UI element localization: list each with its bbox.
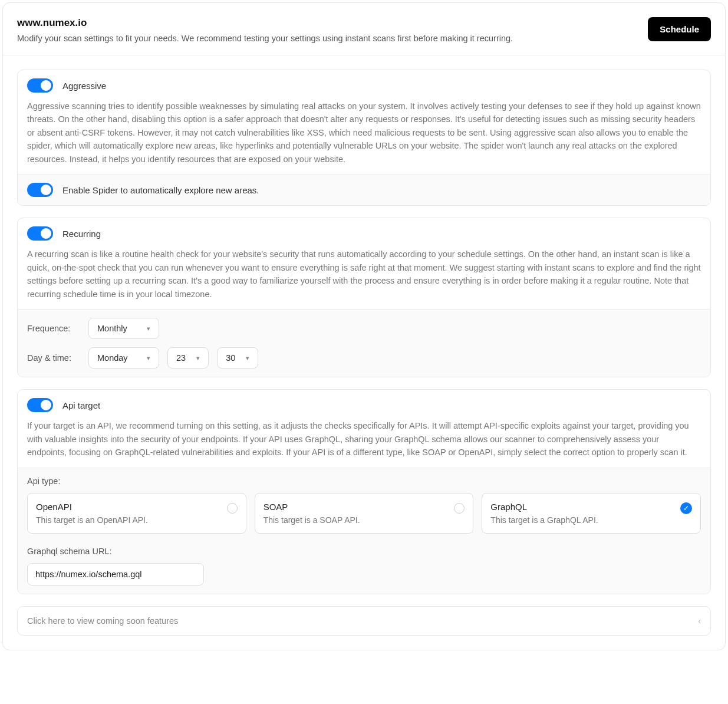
schedule-button[interactable]: Schedule bbox=[648, 17, 711, 41]
aggressive-toggle[interactable] bbox=[27, 78, 53, 93]
daytime-label: Day & time: bbox=[27, 353, 80, 363]
api-target-label: Api target bbox=[62, 400, 100, 410]
page-subtitle: Modify your scan settings to fit your ne… bbox=[17, 34, 648, 43]
coming-soon-toggle[interactable]: Click here to view coming soon features … bbox=[17, 606, 711, 636]
api-option-soap[interactable]: SOAP This target is a SOAP API. bbox=[255, 493, 474, 534]
recurring-card: Recurring A recurring scan is like a rou… bbox=[17, 218, 711, 377]
chevron-left-icon: ‹ bbox=[698, 616, 701, 626]
aggressive-card: Aggressive Aggressive scanning tries to … bbox=[17, 70, 711, 206]
chevron-down-icon: ▾ bbox=[246, 354, 249, 362]
spider-label: Enable Spider to automatically explore n… bbox=[62, 185, 259, 195]
chevron-down-icon: ▾ bbox=[147, 325, 150, 333]
api-option-graphql[interactable]: GraphQL This target is a GraphQL API. ✓ bbox=[482, 493, 701, 534]
page-title: www.numex.io bbox=[17, 17, 648, 29]
api-option-title: GraphQL bbox=[490, 502, 598, 512]
page-header: www.numex.io Modify your scan settings t… bbox=[3, 3, 725, 55]
chevron-down-icon: ▾ bbox=[147, 354, 150, 362]
graphql-schema-input[interactable] bbox=[27, 563, 204, 585]
aggressive-label: Aggressive bbox=[62, 81, 106, 91]
frequence-select[interactable]: Monthly ▾ bbox=[88, 318, 159, 339]
radio-unchecked-icon bbox=[454, 503, 465, 514]
hour-select[interactable]: 23 ▾ bbox=[167, 347, 209, 369]
coming-soon-label: Click here to view coming soon features bbox=[27, 616, 178, 626]
chevron-down-icon: ▾ bbox=[196, 354, 200, 362]
hour-value: 23 bbox=[176, 353, 186, 363]
frequence-label: Frequence: bbox=[27, 324, 80, 333]
api-option-title: SOAP bbox=[263, 502, 360, 512]
minute-value: 30 bbox=[226, 353, 235, 363]
api-option-sub: This target is a GraphQL API. bbox=[490, 515, 598, 525]
radio-checked-icon: ✓ bbox=[680, 502, 692, 514]
radio-unchecked-icon bbox=[227, 503, 238, 514]
recurring-label: Recurring bbox=[62, 229, 101, 239]
graphql-schema-label: Graphql schema URL: bbox=[27, 547, 701, 556]
api-option-title: OpenAPI bbox=[36, 502, 148, 512]
day-value: Monday bbox=[97, 353, 128, 363]
api-target-description: If your target is an API, we recommend t… bbox=[27, 419, 701, 459]
day-select[interactable]: Monday ▾ bbox=[88, 347, 159, 369]
spider-toggle[interactable] bbox=[27, 183, 53, 197]
api-option-openapi[interactable]: OpenAPI This target is an OpenAPI API. bbox=[27, 493, 246, 534]
api-option-sub: This target is a SOAP API. bbox=[263, 515, 360, 525]
recurring-toggle[interactable] bbox=[27, 226, 53, 241]
api-type-label: Api type: bbox=[27, 476, 701, 486]
minute-select[interactable]: 30 ▾ bbox=[217, 347, 258, 369]
frequence-value: Monthly bbox=[97, 324, 127, 333]
api-option-sub: This target is an OpenAPI API. bbox=[36, 515, 148, 525]
recurring-description: A recurring scan is like a routine healt… bbox=[27, 248, 701, 301]
api-target-card: Api target If your target is an API, we … bbox=[17, 389, 711, 594]
api-target-toggle[interactable] bbox=[27, 398, 53, 412]
aggressive-description: Aggressive scanning tries to identify po… bbox=[27, 100, 701, 166]
